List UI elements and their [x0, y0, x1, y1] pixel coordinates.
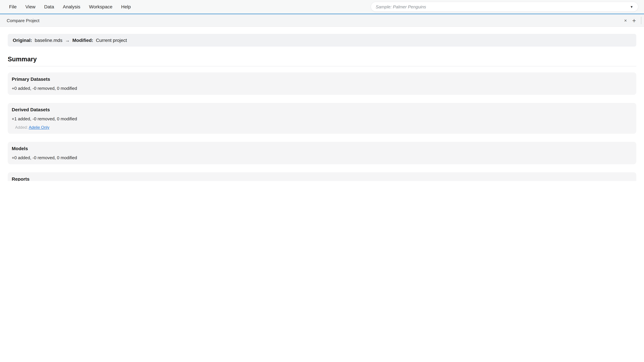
- card-title: Reports: [12, 176, 632, 181]
- tab-bar: Compare Project × +: [0, 14, 644, 27]
- divider: [8, 66, 636, 66]
- modified-value: Current project: [96, 37, 127, 43]
- arrow-right-icon: →: [65, 37, 70, 43]
- note-label: Added:: [15, 125, 28, 130]
- added-dataset-link[interactable]: Adelie Only: [29, 125, 49, 130]
- close-tab-icon[interactable]: ×: [624, 18, 627, 23]
- summary-heading: Summary: [8, 56, 636, 63]
- menu-analysis[interactable]: Analysis: [58, 4, 84, 9]
- chevron-down-icon: ▼: [630, 5, 633, 8]
- menu-bar: File View Data Analysis Workspace Help S…: [0, 0, 644, 13]
- menu-help[interactable]: Help: [117, 4, 135, 9]
- card-note: Added: Adelie Only: [12, 125, 632, 130]
- summary-card-models: Models +0 added, -0 removed, 0 modified: [8, 142, 636, 164]
- original-label: Original:: [13, 37, 32, 43]
- summary-card-reports: Reports +0 added, -0 removed, 1 modified…: [8, 172, 636, 181]
- tab-actions: × +: [624, 17, 636, 24]
- card-title: Models: [12, 146, 632, 151]
- menu-file[interactable]: File: [5, 4, 21, 9]
- tab-compare-project[interactable]: Compare Project: [7, 18, 40, 23]
- card-title: Derived Datasets: [12, 107, 632, 112]
- compare-project-view: Original: baseline.mds → Modified: Curre…: [0, 27, 644, 181]
- tab-bar-edge-divider: [641, 17, 641, 24]
- compare-source-banner: Original: baseline.mds → Modified: Curre…: [8, 34, 636, 46]
- summary-card-primary-datasets: Primary Datasets +0 added, -0 removed, 0…: [8, 72, 636, 95]
- card-counts: +0 added, -0 removed, 0 modified: [12, 155, 632, 160]
- original-value: baseline.mds: [35, 37, 62, 43]
- card-counts: +1 added, -0 removed, 0 modified: [12, 116, 632, 121]
- menu-workspace[interactable]: Workspace: [85, 4, 117, 9]
- summary-card-derived-datasets: Derived Datasets +1 added, -0 removed, 0…: [8, 103, 636, 134]
- add-tab-icon[interactable]: +: [632, 17, 636, 24]
- dataset-selector[interactable]: Sample: Palmer Penguins ▼: [371, 2, 638, 11]
- app-window: File View Data Analysis Workspace Help S…: [0, 0, 644, 181]
- menu-data[interactable]: Data: [40, 4, 58, 9]
- dataset-selector-placeholder: Sample: Palmer Penguins: [376, 4, 426, 9]
- menu-view[interactable]: View: [21, 4, 40, 9]
- card-counts: +0 added, -0 removed, 0 modified: [12, 86, 632, 91]
- card-title: Primary Datasets: [12, 76, 632, 82]
- modified-label: Modified:: [72, 37, 93, 43]
